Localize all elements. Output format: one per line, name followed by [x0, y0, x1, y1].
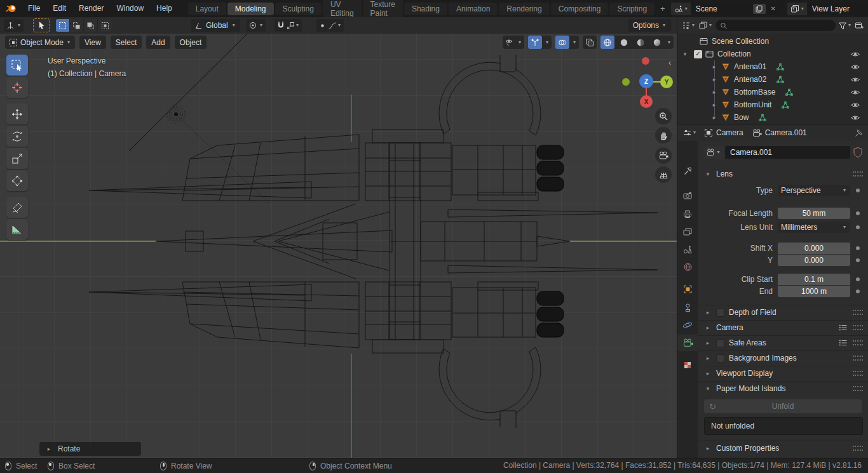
clip-end-slider[interactable]: 1000 m	[778, 286, 850, 297]
outliner-row-object[interactable]: ▸ BottomUnit	[677, 98, 868, 111]
id-name-field[interactable]: Camera.001	[725, 146, 850, 159]
transform-orientation-selector[interactable]: Global ▾	[191, 19, 240, 32]
tab-texture[interactable]	[677, 357, 698, 373]
active-tool-tweak-button[interactable]	[33, 18, 50, 32]
tab-texture-paint[interactable]: Texture Paint	[363, 0, 403, 20]
presets-menu-icon[interactable]	[839, 324, 848, 331]
outliner-search[interactable]	[715, 20, 836, 31]
shading-rendered-button[interactable]	[650, 36, 664, 49]
blender-logo-icon[interactable]	[5, 4, 17, 13]
panel-depth-of-field[interactable]: ▸ Depth of Field	[698, 305, 868, 319]
disclosure-closed-icon[interactable]: ▸	[710, 102, 718, 108]
tab-layout[interactable]: Layout	[188, 3, 226, 15]
show-overlays-toggle[interactable]	[555, 36, 569, 49]
menu-help[interactable]: Help	[151, 0, 178, 17]
lens-unit-dropdown[interactable]: Millimeters▾	[778, 222, 850, 233]
tab-sculpting[interactable]: Sculpting	[275, 3, 322, 15]
tool-move[interactable]	[6, 103, 28, 124]
disclosure-open-icon[interactable]: ▾	[681, 51, 689, 57]
lens-type-dropdown[interactable]: Perspective▾	[778, 185, 850, 196]
panel-camera[interactable]: ▸ Camera	[698, 320, 868, 335]
add-workspace-button[interactable]: +	[656, 2, 670, 15]
hide-toggle[interactable]	[850, 89, 860, 96]
mode-selector[interactable]: Object Mode ▾	[5, 36, 75, 49]
gizmo-axis-x[interactable]: X	[640, 95, 653, 108]
animate-dot[interactable]	[856, 225, 860, 229]
pin-button[interactable]	[855, 129, 863, 137]
editor-type-selector[interactable]: ▾	[4, 19, 24, 32]
gizmo-axis-y[interactable]: Y	[660, 76, 673, 88]
panel-viewport-display[interactable]: ▸ Viewport Display	[698, 366, 868, 380]
proportional-edit-toggle[interactable]	[318, 22, 327, 30]
tab-object-data[interactable]	[677, 335, 698, 351]
zoom-button[interactable]	[655, 108, 672, 124]
gizmo-axis-x-neg[interactable]	[642, 57, 649, 65]
hide-toggle[interactable]	[850, 114, 860, 121]
tool-annotate[interactable]	[6, 197, 28, 218]
breadcrumb-object[interactable]: Camera	[716, 128, 743, 137]
tab-constraints[interactable]	[677, 299, 698, 316]
outliner-display-mode[interactable]: ▾	[698, 21, 713, 30]
select-mode-new[interactable]	[56, 19, 70, 32]
select-mode-extend[interactable]	[70, 19, 84, 32]
tool-transform[interactable]	[6, 170, 28, 191]
tab-render[interactable]	[677, 187, 698, 204]
proportional-falloff-button[interactable]: ▾	[328, 22, 342, 30]
menu-edit[interactable]: Edit	[47, 0, 72, 17]
tab-scripting[interactable]: Scripting	[609, 3, 654, 15]
tab-compositing[interactable]: Compositing	[551, 3, 609, 15]
viewport-menu-view[interactable]: View	[79, 36, 106, 49]
hide-toggle[interactable]	[850, 102, 860, 109]
animate-dot[interactable]	[856, 246, 860, 250]
safe-areas-checkbox[interactable]	[716, 339, 724, 347]
tab-animation[interactable]: Animation	[449, 3, 498, 15]
tool-measure[interactable]	[6, 219, 28, 240]
panel-lens[interactable]: ▾ Lens	[698, 166, 868, 181]
menu-render[interactable]: Render	[73, 0, 109, 17]
unfold-button[interactable]: ↻ Unfold	[704, 399, 862, 413]
menu-file[interactable]: File	[22, 0, 46, 17]
hide-toggle[interactable]	[850, 51, 860, 58]
collection-checkbox[interactable]: ✓	[694, 50, 702, 58]
scene-new-button[interactable]	[753, 4, 766, 14]
tool-select-box[interactable]	[6, 55, 28, 76]
breadcrumb-data[interactable]: Camera.001	[765, 128, 807, 137]
outliner-row-object[interactable]: ▸ Antena02	[677, 73, 868, 86]
panel-paper-model-islands[interactable]: ▾ Paper Model Islands	[698, 381, 868, 396]
tool-cursor[interactable]	[6, 77, 28, 98]
outliner-filter-button[interactable]: ▾	[838, 22, 852, 30]
background-images-checkbox[interactable]	[716, 354, 724, 363]
viewport-menu-select[interactable]: Select	[111, 36, 142, 49]
visibility-dropdown[interactable]: ▾	[503, 36, 524, 49]
gizmo-axis-z[interactable]: Z	[639, 74, 653, 88]
select-mode-invert[interactable]	[98, 19, 112, 32]
sidebar-collapse-arrow[interactable]: ‹	[668, 58, 671, 67]
new-collection-button[interactable]	[855, 21, 864, 30]
animate-dot[interactable]	[856, 211, 860, 215]
scene-name-field[interactable]: Scene	[691, 3, 752, 15]
tab-view-layer[interactable]	[677, 223, 698, 240]
outliner-editor-selector[interactable]: ▾	[681, 21, 696, 30]
tool-rotate[interactable]	[6, 126, 28, 147]
view-layer-browse-button[interactable]: ▾	[787, 3, 807, 15]
shift-x-slider[interactable]: 0.000	[778, 243, 850, 254]
tab-world[interactable]	[677, 258, 698, 275]
pivot-point-selector[interactable]: ▾	[247, 19, 266, 32]
hide-toggle[interactable]	[850, 63, 860, 70]
properties-editor-selector[interactable]: ▾	[682, 128, 697, 137]
disclosure-closed-icon[interactable]: ▸	[710, 76, 718, 83]
panel-safe-areas[interactable]: ▸ Safe Areas	[698, 335, 868, 350]
scene-browse-button[interactable]: ▾	[671, 3, 691, 15]
shift-y-slider[interactable]: 0.000	[778, 255, 850, 266]
select-mode-subtract[interactable]	[84, 19, 98, 32]
outliner-row-object[interactable]: ▸ Bow	[677, 111, 868, 124]
camera-view-button[interactable]	[655, 147, 672, 164]
hide-toggle[interactable]	[850, 76, 860, 83]
tab-physics[interactable]	[677, 317, 698, 333]
animate-dot[interactable]	[856, 290, 860, 293]
disclosure-closed-icon[interactable]: ▸	[710, 114, 718, 121]
xray-toggle[interactable]	[583, 36, 597, 49]
viewport-menu-object[interactable]: Object	[175, 36, 207, 49]
gizmo-axis-y-neg[interactable]	[622, 78, 630, 86]
outliner-row-object[interactable]: ▸ BottomBase	[677, 86, 868, 98]
